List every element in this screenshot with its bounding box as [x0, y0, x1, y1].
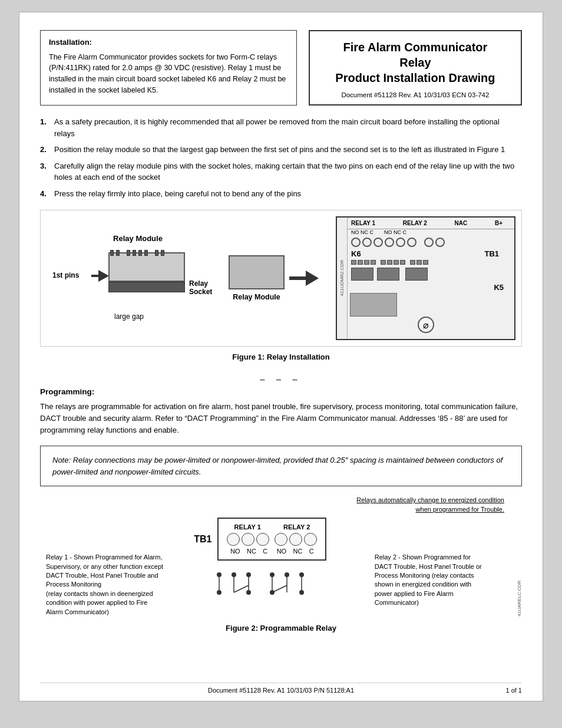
fig2-outer-row: Relay 1 - Shown Programmed for Alarm, Su… — [40, 518, 522, 617]
step-1-text: As a safety precaution, it is highly rec… — [54, 116, 522, 139]
programming-section: Programming: The relays are programmable… — [40, 387, 522, 436]
board-k6-tb1-row: K6 TB1 — [337, 248, 514, 258]
relay-module-center-box — [229, 255, 285, 289]
step-1: 1. As a safety precaution, it is highly … — [40, 116, 522, 139]
page-footer: Document #51128 Rev. A1 10/31/03 P/N 511… — [40, 683, 522, 694]
fig2-vertical-label: 41UARELC.CDR — [517, 518, 522, 617]
step-3: 3. Carefully align the relay module pins… — [40, 160, 522, 183]
board-terminal-row — [338, 266, 514, 282]
fig1-right-board: 411UDMR2.CDR RELAY 1 RELAY 2 NAC B+ NO N… — [336, 216, 515, 340]
fig1-left: Relay Module 1st pins — [47, 234, 211, 323]
relay-circles — [227, 533, 317, 546]
figure2-caption: Figure 2: Programmable Relay — [40, 624, 522, 633]
numbered-steps: 1. As a safety precaution, it is highly … — [40, 116, 522, 199]
document-main-title: Fire Alarm Communicator Relay Product In… — [316, 39, 515, 85]
figure1-container: Relay Module 1st pins — [40, 210, 522, 347]
tb1-diagram: TB1 RELAY 1 RELAY 2 — [194, 518, 326, 610]
relay2-description: Relay 2 - Shown Programmed for DACT Trou… — [375, 553, 487, 607]
board-circles-row — [337, 236, 514, 248]
arrow-indicator-icon — [91, 269, 109, 283]
board-bottom-gray — [350, 293, 397, 317]
fig2-top-note: Relays automatically change to energized… — [40, 496, 522, 514]
svg-rect-3 — [289, 276, 307, 280]
note-box: Note: Relay connections may be power-lim… — [40, 446, 522, 486]
programming-title: Programming: — [40, 387, 522, 396]
svg-line-17 — [272, 585, 287, 592]
svg-marker-2 — [306, 271, 319, 286]
wiring-diagram-svg — [201, 563, 319, 610]
board-circle-icon: ⌀ — [418, 317, 434, 333]
programming-text: The relays are programmable for activati… — [40, 401, 522, 436]
tb1-fig2-label: TB1 — [194, 534, 211, 545]
figure2-container: Relays automatically change to energized… — [40, 496, 522, 633]
note-text: Note: Relay connections may be power-lim… — [52, 456, 503, 476]
relay-module-body — [108, 252, 185, 282]
header-row: Installation: The Fire Alarm Communicato… — [40, 30, 522, 106]
first-pins-label: 1st pins — [52, 271, 79, 279]
relay-module-center-label: Relay Module — [233, 293, 280, 301]
svg-rect-1 — [91, 275, 100, 277]
board-vertical-label: 411UDMR2.CDR — [337, 218, 348, 339]
relay-pins-row — [110, 250, 164, 256]
board-sublabels: NO NC C NO NC C — [337, 229, 514, 236]
page: Installation: The Fire Alarm Communicato… — [19, 12, 543, 701]
document-info: Document #51128 Rev. A1 10/31/03 ECN 03-… — [316, 91, 515, 98]
relay-terminals-header-row: RELAY 1 RELAY 2 — [227, 523, 317, 531]
svg-point-11 — [217, 590, 222, 595]
relay-socket-body — [108, 282, 185, 292]
footer-page: 1 of 1 — [402, 687, 523, 694]
step-1-num: 1. — [40, 116, 51, 139]
header-left-box: Installation: The Fire Alarm Communicato… — [40, 30, 297, 106]
step-4: 4. Press the relay firmly into place, be… — [40, 188, 522, 200]
relay-module-top-label: Relay Module — [64, 234, 211, 243]
relay-terminals-footer: NONCC NONCC — [227, 548, 317, 555]
header-right-box: Fire Alarm Communicator Relay Product In… — [309, 30, 522, 106]
relay-socket-label: Relay Socket — [189, 279, 212, 297]
relay1-description: Relay 1 - Shown Programmed for Alarm, Su… — [46, 553, 164, 617]
fig1-middle: Relay Module — [229, 255, 319, 301]
svg-point-12 — [246, 590, 251, 595]
footer-doc-info: Document #51128 Rev. A1 10/31/03 P/N 511… — [161, 687, 402, 694]
board-k5-label: K5 — [337, 282, 514, 292]
board-header-labels: RELAY 1 RELAY 2 NAC B+ — [337, 218, 514, 229]
step-2-num: 2. — [40, 144, 51, 156]
board-dots-row1 — [338, 258, 514, 266]
step-3-text: Carefully align the relay module pins wi… — [54, 160, 522, 183]
svg-point-21 — [299, 590, 304, 595]
svg-point-20 — [270, 590, 275, 595]
figure1-caption: Figure 1: Relay Installation — [40, 353, 522, 361]
installation-body: The Fire Alarm Communicator provides soc… — [49, 52, 288, 96]
separator-dashes: _ _ _ — [40, 371, 522, 380]
svg-marker-0 — [98, 270, 109, 282]
svg-line-9 — [234, 585, 249, 592]
step-4-text: Press the relay firmly into place, being… — [54, 188, 301, 200]
step-4-num: 4. — [40, 188, 51, 200]
relay-terminals-box: RELAY 1 RELAY 2 — [217, 518, 326, 561]
step-2-text: Position the relay module so that the la… — [54, 144, 505, 156]
installation-title: Installation: — [49, 37, 288, 48]
step-3-num: 3. — [40, 160, 51, 183]
big-arrow-icon — [289, 269, 319, 287]
large-gap-label: large gap — [114, 312, 144, 321]
step-2: 2. Position the relay module so that the… — [40, 144, 522, 156]
